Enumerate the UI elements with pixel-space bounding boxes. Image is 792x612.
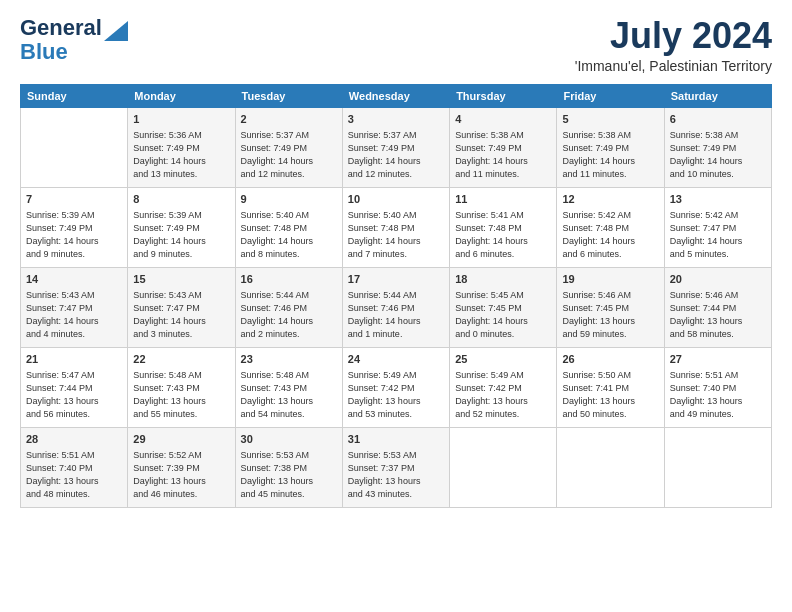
day-cell: 25Sunrise: 5:49 AM Sunset: 7:42 PM Dayli…: [450, 347, 557, 427]
day-cell: 2Sunrise: 5:37 AM Sunset: 7:49 PM Daylig…: [235, 107, 342, 187]
day-number: 30: [241, 432, 337, 447]
day-cell: 12Sunrise: 5:42 AM Sunset: 7:48 PM Dayli…: [557, 187, 664, 267]
day-number: 22: [133, 352, 229, 367]
day-content: Sunrise: 5:50 AM Sunset: 7:41 PM Dayligh…: [562, 369, 658, 421]
day-content: Sunrise: 5:42 AM Sunset: 7:47 PM Dayligh…: [670, 209, 766, 261]
day-cell: 10Sunrise: 5:40 AM Sunset: 7:48 PM Dayli…: [342, 187, 449, 267]
day-number: 21: [26, 352, 122, 367]
col-header-thursday: Thursday: [450, 84, 557, 107]
day-content: Sunrise: 5:39 AM Sunset: 7:49 PM Dayligh…: [133, 209, 229, 261]
day-number: 23: [241, 352, 337, 367]
day-cell: 15Sunrise: 5:43 AM Sunset: 7:47 PM Dayli…: [128, 267, 235, 347]
day-content: Sunrise: 5:37 AM Sunset: 7:49 PM Dayligh…: [241, 129, 337, 181]
day-cell: [21, 107, 128, 187]
location: 'Immanu'el, Palestinian Territory: [575, 58, 772, 74]
day-content: Sunrise: 5:44 AM Sunset: 7:46 PM Dayligh…: [348, 289, 444, 341]
day-cell: 20Sunrise: 5:46 AM Sunset: 7:44 PM Dayli…: [664, 267, 771, 347]
day-number: 8: [133, 192, 229, 207]
week-row-4: 21Sunrise: 5:47 AM Sunset: 7:44 PM Dayli…: [21, 347, 772, 427]
day-cell: 6Sunrise: 5:38 AM Sunset: 7:49 PM Daylig…: [664, 107, 771, 187]
day-number: 2: [241, 112, 337, 127]
day-content: Sunrise: 5:53 AM Sunset: 7:37 PM Dayligh…: [348, 449, 444, 501]
day-number: 20: [670, 272, 766, 287]
day-number: 11: [455, 192, 551, 207]
day-cell: 16Sunrise: 5:44 AM Sunset: 7:46 PM Dayli…: [235, 267, 342, 347]
day-content: Sunrise: 5:41 AM Sunset: 7:48 PM Dayligh…: [455, 209, 551, 261]
day-cell: 5Sunrise: 5:38 AM Sunset: 7:49 PM Daylig…: [557, 107, 664, 187]
day-cell: 26Sunrise: 5:50 AM Sunset: 7:41 PM Dayli…: [557, 347, 664, 427]
day-cell: 13Sunrise: 5:42 AM Sunset: 7:47 PM Dayli…: [664, 187, 771, 267]
day-number: 1: [133, 112, 229, 127]
day-content: Sunrise: 5:40 AM Sunset: 7:48 PM Dayligh…: [348, 209, 444, 261]
day-number: 6: [670, 112, 766, 127]
calendar-table: SundayMondayTuesdayWednesdayThursdayFrid…: [20, 84, 772, 508]
day-cell: 18Sunrise: 5:45 AM Sunset: 7:45 PM Dayli…: [450, 267, 557, 347]
day-cell: 22Sunrise: 5:48 AM Sunset: 7:43 PM Dayli…: [128, 347, 235, 427]
day-content: Sunrise: 5:49 AM Sunset: 7:42 PM Dayligh…: [455, 369, 551, 421]
week-row-2: 7Sunrise: 5:39 AM Sunset: 7:49 PM Daylig…: [21, 187, 772, 267]
day-cell: 1Sunrise: 5:36 AM Sunset: 7:49 PM Daylig…: [128, 107, 235, 187]
day-cell: 17Sunrise: 5:44 AM Sunset: 7:46 PM Dayli…: [342, 267, 449, 347]
day-number: 4: [455, 112, 551, 127]
day-cell: [664, 427, 771, 507]
day-content: Sunrise: 5:46 AM Sunset: 7:45 PM Dayligh…: [562, 289, 658, 341]
day-cell: 28Sunrise: 5:51 AM Sunset: 7:40 PM Dayli…: [21, 427, 128, 507]
day-content: Sunrise: 5:38 AM Sunset: 7:49 PM Dayligh…: [455, 129, 551, 181]
day-number: 7: [26, 192, 122, 207]
day-number: 15: [133, 272, 229, 287]
day-number: 29: [133, 432, 229, 447]
week-row-3: 14Sunrise: 5:43 AM Sunset: 7:47 PM Dayli…: [21, 267, 772, 347]
day-content: Sunrise: 5:45 AM Sunset: 7:45 PM Dayligh…: [455, 289, 551, 341]
day-cell: 7Sunrise: 5:39 AM Sunset: 7:49 PM Daylig…: [21, 187, 128, 267]
day-cell: 3Sunrise: 5:37 AM Sunset: 7:49 PM Daylig…: [342, 107, 449, 187]
day-cell: 31Sunrise: 5:53 AM Sunset: 7:37 PM Dayli…: [342, 427, 449, 507]
page: General Blue July 2024 'Immanu'el, Pales…: [0, 0, 792, 518]
logo-text: General Blue: [20, 16, 102, 64]
day-content: Sunrise: 5:39 AM Sunset: 7:49 PM Dayligh…: [26, 209, 122, 261]
day-content: Sunrise: 5:43 AM Sunset: 7:47 PM Dayligh…: [26, 289, 122, 341]
calendar-header-row: SundayMondayTuesdayWednesdayThursdayFrid…: [21, 84, 772, 107]
day-content: Sunrise: 5:36 AM Sunset: 7:49 PM Dayligh…: [133, 129, 229, 181]
day-content: Sunrise: 5:47 AM Sunset: 7:44 PM Dayligh…: [26, 369, 122, 421]
day-number: 5: [562, 112, 658, 127]
week-row-1: 1Sunrise: 5:36 AM Sunset: 7:49 PM Daylig…: [21, 107, 772, 187]
day-number: 28: [26, 432, 122, 447]
col-header-saturday: Saturday: [664, 84, 771, 107]
svg-marker-0: [104, 21, 128, 41]
day-content: Sunrise: 5:37 AM Sunset: 7:49 PM Dayligh…: [348, 129, 444, 181]
day-number: 19: [562, 272, 658, 287]
day-number: 3: [348, 112, 444, 127]
logo-icon: [104, 21, 128, 41]
week-row-5: 28Sunrise: 5:51 AM Sunset: 7:40 PM Dayli…: [21, 427, 772, 507]
title-area: July 2024 'Immanu'el, Palestinian Territ…: [575, 16, 772, 74]
day-cell: 11Sunrise: 5:41 AM Sunset: 7:48 PM Dayli…: [450, 187, 557, 267]
day-cell: 27Sunrise: 5:51 AM Sunset: 7:40 PM Dayli…: [664, 347, 771, 427]
col-header-wednesday: Wednesday: [342, 84, 449, 107]
day-number: 27: [670, 352, 766, 367]
day-number: 24: [348, 352, 444, 367]
month-year: July 2024: [575, 16, 772, 56]
day-content: Sunrise: 5:42 AM Sunset: 7:48 PM Dayligh…: [562, 209, 658, 261]
day-content: Sunrise: 5:40 AM Sunset: 7:48 PM Dayligh…: [241, 209, 337, 261]
day-number: 13: [670, 192, 766, 207]
col-header-sunday: Sunday: [21, 84, 128, 107]
day-content: Sunrise: 5:48 AM Sunset: 7:43 PM Dayligh…: [241, 369, 337, 421]
day-cell: 8Sunrise: 5:39 AM Sunset: 7:49 PM Daylig…: [128, 187, 235, 267]
day-cell: 23Sunrise: 5:48 AM Sunset: 7:43 PM Dayli…: [235, 347, 342, 427]
day-content: Sunrise: 5:46 AM Sunset: 7:44 PM Dayligh…: [670, 289, 766, 341]
col-header-monday: Monday: [128, 84, 235, 107]
day-content: Sunrise: 5:49 AM Sunset: 7:42 PM Dayligh…: [348, 369, 444, 421]
day-content: Sunrise: 5:43 AM Sunset: 7:47 PM Dayligh…: [133, 289, 229, 341]
day-cell: 14Sunrise: 5:43 AM Sunset: 7:47 PM Dayli…: [21, 267, 128, 347]
day-cell: 4Sunrise: 5:38 AM Sunset: 7:49 PM Daylig…: [450, 107, 557, 187]
day-cell: 30Sunrise: 5:53 AM Sunset: 7:38 PM Dayli…: [235, 427, 342, 507]
col-header-tuesday: Tuesday: [235, 84, 342, 107]
day-content: Sunrise: 5:38 AM Sunset: 7:49 PM Dayligh…: [670, 129, 766, 181]
day-cell: [557, 427, 664, 507]
header: General Blue July 2024 'Immanu'el, Pales…: [20, 16, 772, 74]
day-cell: 21Sunrise: 5:47 AM Sunset: 7:44 PM Dayli…: [21, 347, 128, 427]
day-number: 10: [348, 192, 444, 207]
day-cell: 9Sunrise: 5:40 AM Sunset: 7:48 PM Daylig…: [235, 187, 342, 267]
logo: General Blue: [20, 16, 128, 64]
day-content: Sunrise: 5:44 AM Sunset: 7:46 PM Dayligh…: [241, 289, 337, 341]
